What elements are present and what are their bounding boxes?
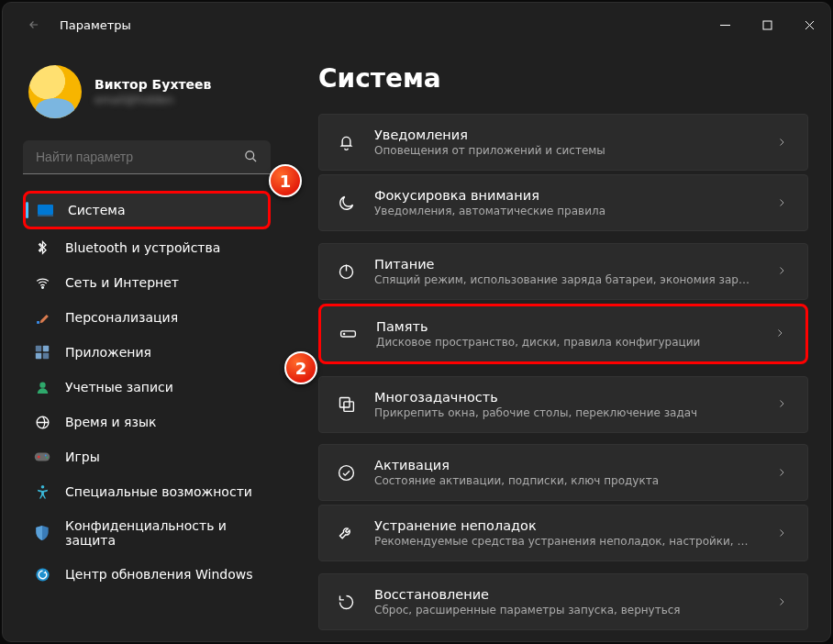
search-box: [23, 140, 271, 174]
svg-rect-1: [763, 21, 772, 29]
apps-icon: [34, 344, 50, 361]
multitask-icon: [336, 394, 356, 415]
setting-title: Питание: [374, 257, 754, 272]
titlebar: Параметры: [3, 3, 830, 47]
sidebar-item-update[interactable]: Центр обновления Windows: [23, 558, 271, 591]
profile-email: email@hidden: [94, 94, 211, 106]
gamepad-icon: [34, 449, 50, 465]
setting-item-moon[interactable]: Фокусировка вниманияУведомления, автомат…: [318, 174, 808, 231]
close-button[interactable]: [788, 3, 830, 47]
chevron-right-icon: [771, 325, 789, 342]
settings-window: Параметры Виктор Бухтеев email@hidden: [2, 2, 831, 642]
svg-point-2: [246, 150, 254, 159]
monitor-icon: [37, 202, 53, 218]
svg-rect-4: [38, 215, 53, 217]
setting-title: Фокусировка внимания: [374, 188, 754, 203]
maximize-button[interactable]: [746, 3, 788, 47]
callout-2: 2: [284, 351, 317, 384]
sidebar-item-wifi[interactable]: Сеть и Интернет: [23, 266, 271, 299]
setting-title: Многозадачность: [374, 390, 754, 405]
settings-list: УведомленияОповещения от приложений и си…: [318, 114, 808, 630]
setting-item-wrench[interactable]: Устранение неполадокРекомендуемые средст…: [318, 505, 808, 561]
setting-desc: Спящий режим, использование заряда батар…: [374, 273, 754, 286]
sidebar-item-apps[interactable]: Приложения: [23, 336, 271, 369]
brush-icon: [34, 309, 50, 326]
sidebar-item-label: Учетные записи: [65, 380, 173, 394]
search-input[interactable]: [23, 140, 271, 174]
profile-block[interactable]: Виктор Бухтеев email@hidden: [23, 54, 271, 137]
setting-desc: Прикрепить окна, рабочие столы, переключ…: [374, 406, 754, 419]
setting-title: Активация: [374, 458, 754, 472]
window-title: Параметры: [60, 18, 131, 32]
setting-item-storage[interactable]: ПамятьДисковое пространство, диски, прав…: [318, 304, 808, 364]
svg-point-11: [39, 382, 45, 387]
profile-name: Виктор Бухтеев: [94, 77, 211, 92]
clock-globe-icon: [34, 414, 50, 430]
svg-rect-9: [36, 353, 41, 359]
sidebar-item-label: Bluetooth и устройства: [65, 240, 220, 255]
accessibility-icon: [34, 483, 50, 500]
sidebar-item-monitor[interactable]: Система: [23, 191, 271, 229]
window-body: Виктор Бухтеев email@hidden СистемаBluet…: [3, 47, 830, 641]
sidebar-item-label: Игры: [65, 450, 100, 464]
svg-rect-7: [36, 346, 41, 351]
back-button[interactable]: [19, 10, 49, 39]
bluetooth-icon: [34, 239, 50, 256]
recovery-icon: [336, 592, 356, 612]
update-icon: [34, 566, 50, 583]
sidebar-item-label: Система: [68, 203, 125, 217]
callout-1: 1: [269, 164, 302, 197]
svg-rect-23: [343, 402, 353, 412]
setting-desc: Состояние активации, подписки, ключ прод…: [374, 474, 754, 487]
setting-desc: Рекомендуемые средства устранения непола…: [374, 535, 754, 548]
minimize-button[interactable]: [704, 3, 746, 47]
chevron-right-icon: [772, 525, 791, 542]
setting-desc: Дисковое пространство, диски, правила ко…: [376, 336, 752, 349]
sidebar-item-accessibility[interactable]: Специальные возможности: [23, 475, 271, 508]
check-circle-icon: [336, 462, 356, 483]
chevron-right-icon: [772, 134, 791, 151]
svg-point-15: [45, 455, 47, 457]
setting-title: Память: [376, 319, 752, 334]
setting-desc: Уведомления, автоматические правила: [374, 205, 754, 217]
sidebar-item-gamepad[interactable]: Игры: [23, 440, 271, 473]
chevron-right-icon: [772, 194, 791, 212]
moon-icon: [336, 193, 356, 213]
sidebar-nav: СистемаBluetooth и устройстваСеть и Инте…: [23, 191, 271, 591]
search-icon: [244, 150, 258, 166]
sidebar-item-label: Конфиденциальность и защита: [65, 518, 260, 548]
setting-item-recovery[interactable]: ВосстановлениеСброс, расширенные парамет…: [318, 573, 808, 630]
svg-point-14: [38, 456, 40, 459]
sidebar-item-brush[interactable]: Персонализация: [23, 301, 271, 334]
setting-title: Восстановление: [374, 587, 754, 602]
svg-rect-3: [38, 205, 53, 215]
storage-icon: [338, 324, 358, 344]
sidebar-item-label: Персонализация: [65, 310, 178, 325]
sidebar-item-clock-globe[interactable]: Время и язык: [23, 405, 271, 439]
sidebar-item-label: Специальные возможности: [65, 484, 252, 499]
chevron-right-icon: [772, 594, 791, 611]
setting-desc: Оповещения от приложений и системы: [374, 144, 754, 157]
sidebar-item-label: Сеть и Интернет: [65, 275, 179, 290]
svg-point-24: [339, 465, 353, 480]
sidebar-item-label: Приложения: [65, 345, 151, 360]
chevron-right-icon: [772, 262, 791, 280]
svg-rect-10: [43, 353, 49, 359]
person-icon: [34, 379, 50, 395]
svg-point-5: [41, 286, 43, 288]
setting-item-bell[interactable]: УведомленияОповещения от приложений и си…: [318, 114, 808, 171]
setting-item-check-circle[interactable]: АктивацияСостояние активации, подписки, …: [318, 444, 808, 501]
chevron-right-icon: [772, 395, 791, 413]
chevron-right-icon: [772, 464, 791, 482]
sidebar-item-bluetooth[interactable]: Bluetooth и устройства: [23, 231, 271, 264]
avatar: [28, 65, 82, 118]
setting-item-multitask[interactable]: МногозадачностьПрикрепить окна, рабочие …: [318, 376, 808, 433]
sidebar-item-label: Центр обновления Windows: [65, 567, 252, 582]
window-controls: [704, 3, 830, 47]
sidebar-item-person[interactable]: Учетные записи: [23, 371, 271, 404]
svg-rect-0: [720, 25, 730, 26]
setting-item-power[interactable]: ПитаниеСпящий режим, использование заряд…: [318, 243, 808, 300]
sidebar-item-shield[interactable]: Конфиденциальность и защита: [23, 510, 271, 556]
shield-icon: [34, 525, 50, 541]
bell-icon: [336, 132, 356, 152]
